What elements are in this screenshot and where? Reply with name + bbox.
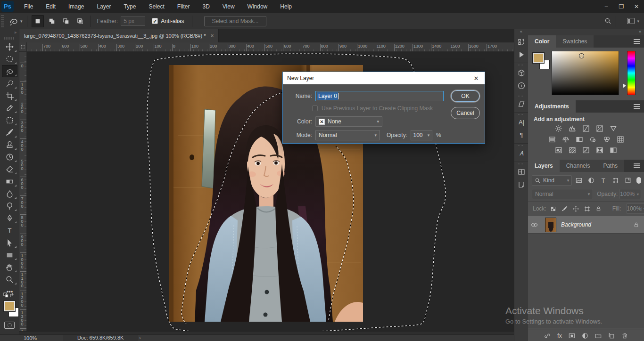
new-group-button[interactable] (595, 333, 602, 339)
selective-color-adjustment-icon[interactable] (595, 146, 604, 154)
black-white-adjustment-icon[interactable] (575, 135, 584, 144)
menu-select[interactable]: Select (149, 3, 164, 10)
lock-all-icon[interactable] (595, 205, 603, 212)
tab-channels[interactable]: Channels (560, 160, 597, 172)
gradient-map-adjustment-icon[interactable] (609, 146, 618, 154)
filter-shape-layers-icon[interactable] (611, 176, 619, 185)
paragraph-panel-icon[interactable]: ¶ (514, 129, 528, 141)
dialog-title-bar[interactable]: New Layer ✕ (283, 72, 485, 84)
tab-close-icon[interactable]: × (210, 32, 214, 39)
quick-selection-tool[interactable] (2, 77, 17, 89)
status-menu-chevron[interactable]: › (139, 335, 140, 341)
history-brush-tool[interactable] (2, 151, 17, 163)
dock-collapse-button[interactable]: « (514, 29, 528, 35)
search-icon[interactable] (604, 17, 611, 24)
info-panel-icon[interactable] (514, 79, 528, 92)
notes-panel-icon[interactable] (514, 178, 528, 191)
layer-name-input[interactable]: Layer 0 (315, 91, 444, 101)
hue-saturation-adjustment-icon[interactable] (547, 135, 557, 144)
minimize-button[interactable]: – (599, 0, 614, 13)
color-balance-adjustment-icon[interactable] (561, 135, 570, 144)
tool-preset-picker[interactable]: ▾ (9, 16, 23, 26)
lock-artboard-icon[interactable] (584, 205, 591, 212)
blend-mode-select[interactable]: Normal ▾ (315, 130, 380, 140)
curves-adjustment-icon[interactable] (581, 124, 591, 133)
close-button[interactable]: ✕ (629, 0, 644, 13)
eyedropper-tool[interactable] (2, 102, 17, 114)
menu-layer[interactable]: Layer (97, 3, 111, 10)
color-picker-cursor[interactable] (579, 53, 584, 58)
path-selection-tool[interactable] (2, 236, 17, 249)
type-tool[interactable]: T (2, 224, 17, 236)
menu-3d[interactable]: 3D (202, 3, 209, 10)
layer-visibility-toggle[interactable] (528, 216, 541, 234)
properties-panel-icon[interactable] (514, 97, 528, 110)
saturation-brightness-field[interactable] (552, 51, 619, 95)
workspace-icon[interactable] (627, 18, 635, 24)
quick-mask-button[interactable] (4, 322, 15, 329)
color-lookup-adjustment-icon[interactable] (616, 135, 625, 144)
foreground-color-swatch[interactable] (533, 53, 544, 63)
history-panel-icon[interactable] (514, 35, 528, 48)
feather-input[interactable]: 5 px (121, 16, 145, 26)
panel-menu-icon[interactable] (634, 39, 640, 44)
new-layer-button[interactable] (608, 333, 615, 339)
crop-tool[interactable] (2, 89, 17, 102)
layer-row-background[interactable]: Background (528, 216, 644, 234)
smudge-tool[interactable] (2, 187, 17, 200)
new-adjustment-layer-button[interactable] (582, 333, 588, 339)
vibrance-adjustment-icon[interactable] (609, 124, 618, 133)
subtract-from-selection-button[interactable] (60, 15, 72, 27)
menu-filter[interactable]: Filter (177, 3, 190, 10)
delete-layer-button[interactable] (621, 333, 628, 339)
ruler-origin-box[interactable] (19, 42, 27, 52)
chevron-down-icon[interactable]: ▾ (425, 133, 432, 138)
menu-file[interactable]: File (24, 3, 33, 10)
filter-toggle[interactable] (636, 177, 641, 184)
layer-thumbnail[interactable] (545, 218, 556, 232)
rectangle-tool[interactable] (2, 249, 17, 261)
menu-edit[interactable]: Edit (46, 3, 56, 10)
zoom-level-input[interactable]: 100% (24, 335, 37, 341)
dodge-tool[interactable] (2, 200, 17, 212)
marquee-tool[interactable] (2, 53, 17, 65)
dialog-close-icon[interactable]: ✕ (472, 75, 480, 82)
clone-stamp-tool[interactable] (2, 138, 17, 151)
layer-comps-panel-icon[interactable] (514, 165, 528, 178)
posterize-adjustment-icon[interactable] (568, 146, 577, 154)
opacity-input[interactable]: 100 ▾ (411, 130, 432, 140)
add-to-selection-button[interactable] (46, 15, 58, 27)
pen-tool[interactable] (2, 212, 17, 224)
layer-style-button[interactable]: fx (557, 333, 562, 339)
antialias-checkbox[interactable]: ✓ Anti-alias (152, 18, 184, 24)
select-and-mask-button[interactable]: Select and Mask... (204, 16, 267, 26)
layer-color-select[interactable]: ✕ None ▾ (315, 116, 382, 127)
photo-filter-adjustment-icon[interactable] (588, 135, 598, 144)
panel-menu-icon[interactable] (634, 163, 640, 168)
tab-layers[interactable]: Layers (528, 160, 560, 172)
exposure-adjustment-icon[interactable] (595, 124, 604, 133)
brightness-contrast-adjustment-icon[interactable] (554, 124, 563, 133)
tab-color[interactable]: Color (528, 35, 556, 48)
link-layers-button[interactable] (544, 333, 551, 339)
swap-colors-icon[interactable] (3, 292, 19, 299)
character-panel-icon[interactable]: A| (514, 116, 528, 129)
lock-transparency-icon[interactable] (550, 205, 557, 212)
menu-window[interactable]: Window (248, 3, 268, 10)
hand-tool[interactable] (2, 261, 17, 273)
document-tab[interactable]: large_076948700_1438762373-Isyana_Sarasv… (19, 29, 219, 42)
add-layer-mask-button[interactable] (569, 333, 575, 339)
opacity-input[interactable]: 100% ▾ (619, 189, 641, 199)
filter-smart-objects-icon[interactable] (624, 176, 632, 185)
glyphs-panel-icon[interactable]: 𝐴 (514, 147, 528, 160)
toolbar-collapse-button[interactable]: » (0, 29, 19, 36)
gradient-tool[interactable] (2, 175, 17, 187)
filter-pixel-layers-icon[interactable] (575, 176, 583, 185)
fill-input[interactable]: 100% ▾ (626, 203, 644, 214)
filter-adjustment-layers-icon[interactable] (587, 176, 595, 185)
ok-button[interactable]: OK (451, 90, 480, 102)
filter-type-layers-icon[interactable]: T (599, 176, 607, 185)
new-selection-button[interactable] (32, 15, 44, 27)
hue-slider[interactable] (627, 51, 636, 95)
eraser-tool[interactable] (2, 163, 17, 175)
